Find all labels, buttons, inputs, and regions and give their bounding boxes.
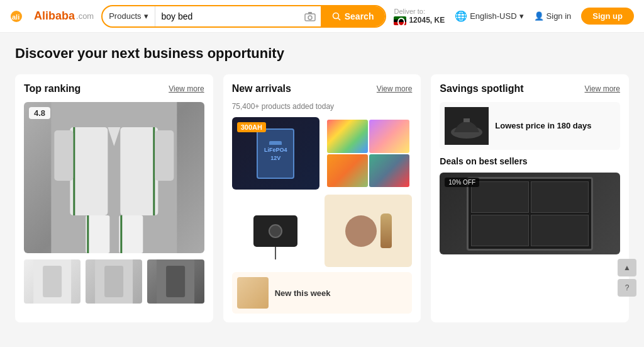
chevron-down-icon: ▾: [144, 11, 148, 21]
deliver-location[interactable]: 12045, KE: [394, 16, 445, 26]
svg-rect-27: [464, 118, 470, 122]
camera-search-icon[interactable]: [299, 11, 321, 21]
door-panel-1: [471, 181, 529, 213]
svg-rect-20: [43, 266, 62, 297]
new-this-week-row[interactable]: New this week: [232, 272, 413, 314]
language-selector[interactable]: 🌐 English-USD ▾: [455, 10, 523, 22]
svg-rect-13: [54, 130, 73, 181]
discount-badge: 10% OFF: [445, 178, 479, 187]
savings-view-more[interactable]: View more: [585, 84, 620, 93]
logo[interactable]: ali Alibaba.com: [10, 8, 94, 25]
camera-body: [253, 215, 297, 247]
new-arrivals-section: New arrivals View more 75,400+ products …: [223, 74, 421, 322]
top-ranking-header: Top ranking View more: [24, 83, 204, 94]
header-right: Deliver to: 12045, KE 🌐 English-USD ▾ 👤 …: [394, 7, 634, 26]
battery-text: LiFePO4: [264, 147, 287, 153]
top-ranking-view-more[interactable]: View more: [169, 84, 204, 93]
new-arrivals-view-more[interactable]: View more: [377, 84, 412, 93]
arrival-item-camera[interactable]: [232, 195, 319, 267]
ranking-badge: 4.8: [29, 107, 50, 119]
sign-in-button[interactable]: 👤 Sign in: [534, 11, 572, 21]
craft-dot-1: [327, 120, 368, 153]
alibaba-logo-icon: ali: [10, 8, 33, 25]
camera-assembly: [253, 215, 297, 247]
svg-text:ali: ali: [12, 13, 19, 21]
svg-rect-17: [119, 215, 143, 253]
search-button[interactable]: Search: [321, 6, 386, 26]
search-bar: Products ▾ Search: [101, 5, 386, 28]
search-category-dropdown[interactable]: Products ▾: [103, 6, 155, 26]
logo-name: Alibaba: [34, 9, 75, 23]
search-input[interactable]: [155, 6, 299, 26]
globe-icon: 🌐: [455, 10, 467, 22]
ranking-main-image: 4.8: [24, 102, 204, 253]
new-arrivals-header: New arrivals View more: [232, 83, 413, 94]
craft-dot-3: [327, 154, 368, 188]
svg-rect-8: [70, 127, 108, 215]
door-panel-2: [531, 181, 589, 213]
logo-com: .com: [76, 11, 94, 21]
ranking-thumb-2[interactable]: [86, 259, 142, 304]
lowest-price-row: Lowest price in 180 days: [440, 102, 620, 150]
camera-tripod: [275, 247, 276, 259]
svg-rect-15: [86, 215, 109, 253]
svg-rect-10: [120, 127, 158, 215]
hair-bottle-visual: [380, 213, 392, 248]
svg-rect-18: [120, 215, 122, 253]
new-week-image: [237, 277, 269, 309]
hair-background: [325, 195, 412, 267]
svg-rect-24: [167, 266, 186, 297]
camera-lens: [269, 224, 282, 238]
deliver-to: Deliver to: 12045, KE: [394, 7, 445, 26]
clothing-svg: [24, 102, 204, 253]
svg-rect-11: [153, 127, 155, 215]
svg-rect-22: [104, 266, 123, 297]
header: ali Alibaba.com Products ▾ Search Delive…: [0, 0, 644, 33]
battery-visual: LiFePO4 12V: [257, 128, 294, 179]
lowest-price-image: [445, 107, 489, 145]
battery-label: 300AH: [237, 122, 266, 132]
user-icon: 👤: [534, 11, 544, 21]
svg-rect-16: [87, 215, 89, 253]
ranking-thumb-1[interactable]: [24, 259, 80, 304]
svg-rect-14: [155, 130, 174, 181]
savings-header: Savings spotlight View more: [440, 83, 620, 94]
scroll-up-button[interactable]: ▲: [618, 259, 636, 276]
ranking-product-visual: [24, 102, 204, 253]
camera-background: [232, 195, 319, 267]
door-panel-3: [471, 215, 529, 246]
shoes-svg: [445, 107, 489, 145]
arrivals-grid: LiFePO4 12V 300AH: [232, 117, 413, 267]
svg-point-3: [308, 16, 312, 20]
svg-rect-4: [308, 12, 312, 14]
new-week-label: New this week: [275, 288, 331, 298]
lowest-price-item[interactable]: Lowest price in 180 days: [440, 102, 620, 150]
arrival-item-battery[interactable]: LiFePO4 12V 300AH: [232, 117, 319, 190]
savings-spotlight-section: Savings spotlight View more Lowest price…: [431, 74, 629, 322]
sign-up-button[interactable]: Sign up: [581, 8, 634, 25]
hair-circle-visual: [345, 215, 377, 247]
help-button[interactable]: ?: [618, 279, 636, 297]
craft-dot-4: [369, 154, 410, 188]
arrival-item-crafts[interactable]: [325, 117, 412, 190]
ranking-thumb-3[interactable]: [147, 259, 204, 304]
main-content: Discover your next business opportunity …: [0, 33, 644, 335]
door-panel-4: [531, 215, 589, 246]
sections-row: Top ranking View more: [15, 74, 629, 322]
scroll-buttons: ▲ ?: [618, 259, 636, 297]
savings-title: Savings spotlight: [440, 83, 523, 94]
svg-point-5: [333, 13, 338, 18]
kenya-flag-icon: [394, 16, 406, 25]
craft-background: [325, 117, 412, 190]
top-ranking-title: Top ranking: [24, 83, 80, 94]
lowest-price-text: Lowest price in 180 days: [495, 120, 591, 132]
craft-dot-2: [369, 120, 410, 153]
ranking-thumbnails: [24, 259, 204, 304]
page-title: Discover your next business opportunity: [15, 45, 629, 62]
arrival-item-hair[interactable]: [325, 195, 412, 267]
chevron-down-icon: ▾: [519, 11, 524, 21]
deals-item[interactable]: 10% OFF: [440, 173, 620, 254]
door-visual: [467, 177, 593, 251]
svg-line-6: [338, 18, 340, 20]
battery-top: [269, 141, 282, 145]
